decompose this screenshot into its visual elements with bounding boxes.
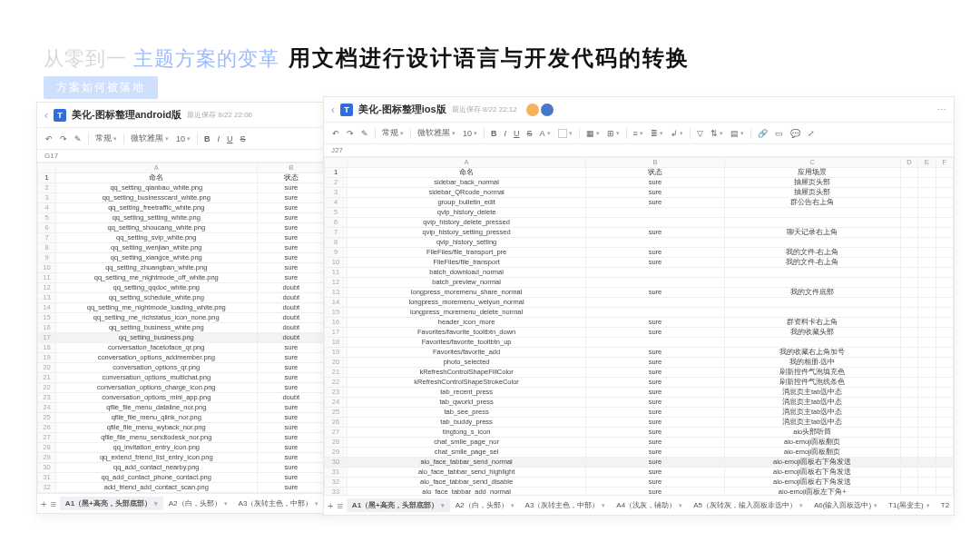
row-header[interactable]: 22: [325, 378, 348, 388]
format-paint-icon[interactable]: ✎: [72, 133, 84, 144]
row-header[interactable]: 25: [38, 413, 56, 423]
table-row[interactable]: 30qq_add_contact_nearby.pngsure: [38, 463, 326, 473]
row-header[interactable]: 29: [38, 453, 56, 463]
table-row[interactable]: 20conversation_options_qr.pngsure: [38, 363, 326, 373]
cell[interactable]: qvip_history_delete: [347, 208, 585, 218]
corner-cell[interactable]: [325, 158, 348, 168]
row-header[interactable]: 1: [325, 168, 348, 178]
table-row[interactable]: 22conversation_options_charge_icon.pngsu…: [38, 383, 326, 393]
link-icon[interactable]: 🔗: [755, 128, 770, 139]
cell[interactable]: group_bulletin_edit: [347, 198, 585, 208]
cell[interactable]: sure: [586, 318, 724, 328]
cell-reference[interactable]: J27: [324, 144, 954, 157]
cell[interactable]: aio-emoji面板右下角发送: [724, 458, 900, 468]
cell[interactable]: qq_setting_business_white.png: [55, 323, 257, 333]
cell[interactable]: qfile_file_menu_dataline_nor.png: [55, 403, 257, 413]
cell[interactable]: 我的相册-选中: [724, 358, 900, 368]
sheet-menu-button[interactable]: ≡: [50, 498, 55, 509]
cell[interactable]: Favorites/favorite_tooltbtn_down: [347, 328, 585, 338]
table-row[interactable]: 26tab_buddy_presssure消息页主tab选中态: [325, 418, 954, 428]
cell[interactable]: sure: [257, 463, 325, 473]
cell[interactable]: 我的文件-右上角: [724, 258, 900, 268]
cell[interactable]: header_icon_more: [347, 318, 585, 328]
table-row[interactable]: 5qq_setting_setting_white.pngsure: [38, 213, 326, 223]
row-header[interactable]: 11: [325, 268, 348, 278]
cell[interactable]: sure: [586, 448, 724, 458]
cell[interactable]: aio_face_tabbar_add_normal: [347, 488, 585, 496]
sheet-tab[interactable]: T2（正文灰） ▾: [936, 498, 954, 512]
row-header[interactable]: 3: [325, 188, 348, 198]
col-header-b[interactable]: B: [586, 158, 724, 168]
row-header[interactable]: 10: [38, 263, 56, 273]
table-row[interactable]: 5qvip_history_delete: [325, 208, 954, 218]
row-header[interactable]: 19: [38, 353, 56, 363]
cell[interactable]: sure: [586, 328, 724, 338]
cell[interactable]: sure: [257, 223, 325, 233]
cell[interactable]: sure: [257, 183, 325, 193]
cell[interactable]: 我的收藏右上角加号: [724, 348, 900, 358]
cell[interactable]: sure: [257, 253, 325, 263]
table-row[interactable]: 21conversation_options_multichat.pngsure: [38, 373, 326, 383]
row-header[interactable]: 6: [38, 223, 56, 233]
cell[interactable]: sidebar_QRcode_normal: [347, 188, 585, 198]
cell[interactable]: 命名: [347, 168, 585, 178]
cell[interactable]: sure: [586, 458, 724, 468]
cell[interactable]: Favorites/favorite_add: [347, 348, 585, 358]
row-header[interactable]: 26: [38, 423, 56, 433]
cell[interactable]: 消息页主tab选中态: [724, 408, 900, 418]
table-row[interactable]: 28chat_smile_page_norsureaio-emoji面板翻页: [325, 438, 954, 448]
cell[interactable]: kRefreshControlShapeFillColor: [347, 368, 585, 378]
cell[interactable]: doubt: [257, 323, 325, 333]
row-header[interactable]: 4: [38, 203, 56, 213]
row-header[interactable]: 28: [38, 443, 56, 453]
cell[interactable]: qq_setting_freetraffic_white.png: [55, 203, 257, 213]
cell[interactable]: [724, 208, 900, 218]
filter-icon[interactable]: ▽: [694, 128, 706, 139]
cell[interactable]: qq_setting_shoucang_white.png: [55, 223, 257, 233]
col-header-a[interactable]: A: [55, 163, 257, 173]
cell[interactable]: doubt: [257, 393, 325, 403]
cell[interactable]: [586, 338, 724, 348]
cell[interactable]: 抽屉页头部: [724, 178, 900, 188]
sheet-tab[interactable]: A3（灰转主色，中部） ▾: [233, 497, 325, 510]
row-header[interactable]: 14: [38, 303, 56, 313]
cell[interactable]: 我的文件底部: [724, 288, 900, 298]
bold-button[interactable]: B: [201, 133, 213, 144]
avatar[interactable]: [526, 104, 539, 116]
cell[interactable]: sidebar_back_normal: [347, 178, 585, 188]
cell[interactable]: kRefreshControlShapeStrokeColor: [347, 378, 585, 388]
cell[interactable]: 应用场景: [724, 168, 900, 178]
table-row[interactable]: 4qq_setting_freetraffic_white.pngsure: [38, 203, 326, 213]
row-header[interactable]: 31: [325, 468, 348, 478]
row-header[interactable]: 33: [325, 488, 348, 496]
table-row[interactable]: 6qvip_history_delete_pressed: [325, 218, 954, 228]
table-row[interactable]: 27tingtong_s_iconsureaio头部听筒: [325, 428, 954, 438]
cell[interactable]: [724, 268, 900, 278]
cell[interactable]: qq_setting_qianbao_white.png: [55, 183, 257, 193]
table-row[interactable]: 32aio_face_tabbar_send_disablesureaio-em…: [325, 478, 954, 488]
cell[interactable]: qq_extend_friend_list_entry_icon.png: [55, 453, 257, 463]
cell[interactable]: qq_setting_xiangce_white.png: [55, 253, 257, 263]
cell[interactable]: longpress_moremenu_delete_normal: [347, 308, 585, 318]
cell[interactable]: [724, 278, 900, 288]
cell[interactable]: 群资料卡右上角: [724, 318, 900, 328]
row-header[interactable]: 12: [38, 283, 56, 293]
add-sheet-button[interactable]: +: [328, 500, 333, 511]
table-row[interactable]: 18conversation_facetoface_qr.pngsure: [38, 343, 326, 353]
table-row[interactable]: 13longpress_moremenu_share_normalsure我的文…: [325, 288, 954, 298]
sheet-tab[interactable]: A3（灰转主色，中部） ▾: [520, 498, 612, 512]
table-row[interactable]: 29chat_smile_page_selsureaio-emoji面板翻页: [325, 448, 954, 458]
table-row[interactable]: 12qq_setting_qqdoc_white.pngdoubt: [38, 283, 326, 293]
cell[interactable]: sure: [586, 178, 724, 188]
row-header[interactable]: 20: [38, 363, 56, 373]
row-header[interactable]: 15: [325, 308, 348, 318]
cell[interactable]: sure: [586, 418, 724, 428]
table-row[interactable]: 24tab_qworld_presssure消息页主tab选中态: [325, 398, 954, 408]
sort-icon[interactable]: ⇅▾: [708, 128, 726, 139]
row-header[interactable]: 27: [38, 433, 56, 443]
align-v-button[interactable]: ≣▾: [648, 128, 666, 139]
cell[interactable]: [586, 278, 724, 288]
sheet-tab[interactable]: A1（黑+高亮，头部底部） ▾: [60, 497, 163, 510]
cell[interactable]: qq_add_contact_phone_contact.png: [55, 473, 257, 483]
cell[interactable]: doubt: [257, 303, 325, 313]
